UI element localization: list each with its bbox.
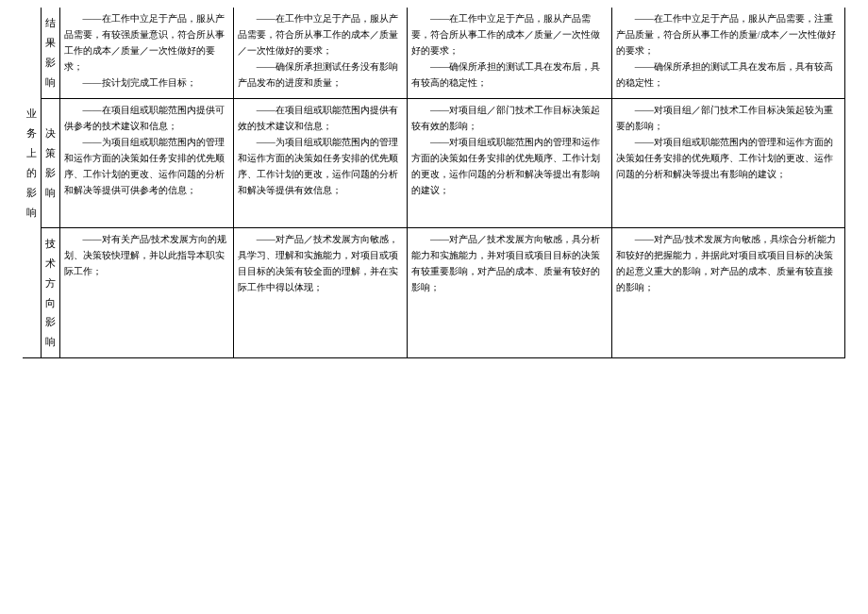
outer-header-bottom	[23, 227, 42, 357]
cell-1-1: ——在项目组或职能范围内提供有效的技术建议和信息；——为项目组或职能范围内的管理…	[233, 98, 407, 227]
cell-1-0: ——在项目组或职能范围内提供可供参考的技术建议和信息；——为项目组或职能范围内的…	[59, 98, 233, 227]
outer-header-mid: 业务上的影响	[23, 98, 42, 227]
table-row: 技术方向影响 ——对有关产品/技术发展方向的规划、决策较快理解，并以此指导本职实…	[23, 227, 845, 357]
competency-table: 结果影响 ——在工作中立足于产品，服从产品需要，有较强质量意识，符合所从事工作的…	[23, 8, 845, 358]
cell-2-0: ——对有关产品/技术发展方向的规划、决策较快理解，并以此指导本职实际工作；	[59, 227, 233, 357]
cell-0-0: ——在工作中立足于产品，服从产品需要，有较强质量意识，符合所从事工作的成本／质量…	[59, 8, 233, 98]
table-row: 业务上的影响 决策影响 ——在项目组或职能范围内提供可供参考的技术建议和信息；—…	[23, 98, 845, 227]
outer-header-top	[23, 8, 42, 98]
cell-1-3: ——对项目组／部门技术工作目标决策起较为重要的影响；——对项目组或职能范围内的管…	[611, 98, 844, 227]
cell-2-2: ——对产品／技术发展方向敏感，具分析能力和实施能力，并对项目或项目目标的决策有较…	[408, 227, 612, 357]
row-header-2: 技术方向影响	[42, 227, 60, 357]
cell-2-3: ——对产品/技术发展方向敏感，具综合分析能力和较好的把握能力，并据此对项目或项目…	[611, 227, 844, 357]
cell-2-1: ——对产品／技术发展方向敏感，具学习、理解和实施能力，对项目或项目目标的决策有较…	[233, 227, 407, 357]
cell-1-2: ——对项目组／部门技术工作目标决策起较有效的影响；——对项目组或职能范围内的管理…	[408, 98, 612, 227]
cell-0-3: ——在工作中立足于产品，服从产品需要，注重产品质量，符合所从事工作的质量/成本／…	[611, 8, 844, 98]
table-row: 结果影响 ——在工作中立足于产品，服从产品需要，有较强质量意识，符合所从事工作的…	[23, 8, 845, 98]
row-header-1: 决策影响	[42, 98, 60, 227]
cell-0-2: ——在工作中立足于产品，服从产品需要，符合所从事工作的成本／质量／一次性做好的要…	[408, 8, 612, 98]
row-header-0: 结果影响	[42, 8, 60, 98]
cell-0-1: ——在工作中立足于产品，服从产品需要，符合所从事工作的成本／质量／一次性做好的要…	[233, 8, 407, 98]
